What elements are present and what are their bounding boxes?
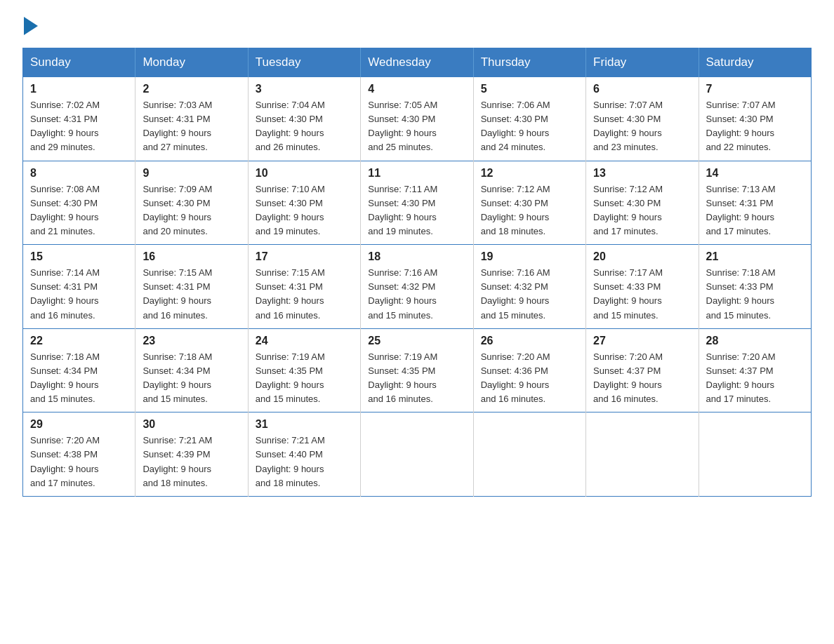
day-info: Sunrise: 7:17 AMSunset: 4:33 PMDaylight:… (593, 266, 691, 323)
calendar-cell: 3Sunrise: 7:04 AMSunset: 4:30 PMDaylight… (248, 77, 360, 161)
day-info: Sunrise: 7:14 AMSunset: 4:31 PMDaylight:… (30, 266, 128, 323)
weekday-header-saturday: Saturday (699, 48, 811, 77)
logo (22, 17, 38, 35)
calendar-week-row: 1Sunrise: 7:02 AMSunset: 4:31 PMDaylight… (23, 77, 812, 161)
day-info: Sunrise: 7:18 AMSunset: 4:33 PMDaylight:… (706, 266, 804, 323)
calendar-table: SundayMondayTuesdayWednesdayThursdayFrid… (22, 48, 812, 497)
day-info: Sunrise: 7:15 AMSunset: 4:31 PMDaylight:… (143, 266, 240, 323)
calendar-cell (699, 412, 811, 497)
day-info: Sunrise: 7:18 AMSunset: 4:34 PMDaylight:… (30, 350, 128, 407)
calendar-header: SundayMondayTuesdayWednesdayThursdayFrid… (23, 48, 812, 77)
day-number: 5 (481, 83, 578, 95)
day-info: Sunrise: 7:20 AMSunset: 4:37 PMDaylight:… (593, 350, 691, 407)
day-number: 20 (593, 250, 691, 263)
day-number: 7 (706, 83, 804, 95)
day-info: Sunrise: 7:16 AMSunset: 4:32 PMDaylight:… (481, 266, 578, 323)
calendar-cell: 5Sunrise: 7:06 AMSunset: 4:30 PMDaylight… (473, 77, 585, 161)
day-info: Sunrise: 7:02 AMSunset: 4:31 PMDaylight:… (30, 98, 128, 155)
calendar-cell: 17Sunrise: 7:15 AMSunset: 4:31 PMDayligh… (248, 245, 360, 329)
calendar-cell: 15Sunrise: 7:14 AMSunset: 4:31 PMDayligh… (23, 245, 135, 329)
calendar-week-row: 15Sunrise: 7:14 AMSunset: 4:31 PMDayligh… (23, 245, 812, 329)
day-info: Sunrise: 7:12 AMSunset: 4:30 PMDaylight:… (593, 182, 691, 239)
day-number: 28 (706, 335, 804, 347)
calendar-cell: 9Sunrise: 7:09 AMSunset: 4:30 PMDaylight… (135, 161, 248, 245)
day-number: 16 (143, 250, 240, 263)
calendar-cell: 25Sunrise: 7:19 AMSunset: 4:35 PMDayligh… (361, 328, 473, 412)
calendar-cell: 22Sunrise: 7:18 AMSunset: 4:34 PMDayligh… (23, 328, 135, 412)
weekday-header-thursday: Thursday (473, 48, 585, 77)
day-info: Sunrise: 7:08 AMSunset: 4:30 PMDaylight:… (30, 182, 128, 239)
day-number: 4 (368, 83, 465, 95)
day-number: 26 (481, 335, 578, 347)
logo-triangle-icon (24, 17, 38, 35)
calendar-cell: 30Sunrise: 7:21 AMSunset: 4:39 PMDayligh… (135, 412, 248, 497)
day-number: 23 (143, 335, 240, 347)
calendar-cell (473, 412, 585, 497)
weekday-header-sunday: Sunday (23, 48, 135, 77)
calendar-cell: 18Sunrise: 7:16 AMSunset: 4:32 PMDayligh… (361, 245, 473, 329)
day-info: Sunrise: 7:21 AMSunset: 4:40 PMDaylight:… (256, 434, 353, 490)
day-number: 14 (706, 167, 804, 180)
day-number: 10 (256, 167, 353, 180)
weekday-header-wednesday: Wednesday (361, 48, 473, 77)
calendar-cell: 23Sunrise: 7:18 AMSunset: 4:34 PMDayligh… (135, 328, 248, 412)
day-number: 15 (30, 250, 128, 263)
calendar-cell: 13Sunrise: 7:12 AMSunset: 4:30 PMDayligh… (586, 161, 699, 245)
day-number: 3 (256, 83, 353, 95)
day-number: 27 (593, 335, 691, 347)
calendar-cell: 2Sunrise: 7:03 AMSunset: 4:31 PMDaylight… (135, 77, 248, 161)
page-header (22, 17, 812, 35)
day-number: 25 (368, 335, 465, 347)
day-info: Sunrise: 7:13 AMSunset: 4:31 PMDaylight:… (706, 182, 804, 239)
day-info: Sunrise: 7:07 AMSunset: 4:30 PMDaylight:… (593, 98, 691, 155)
day-info: Sunrise: 7:06 AMSunset: 4:30 PMDaylight:… (481, 98, 578, 155)
day-number: 8 (30, 167, 128, 180)
calendar-cell: 1Sunrise: 7:02 AMSunset: 4:31 PMDaylight… (23, 77, 135, 161)
day-info: Sunrise: 7:19 AMSunset: 4:35 PMDaylight:… (256, 350, 353, 407)
calendar-cell: 4Sunrise: 7:05 AMSunset: 4:30 PMDaylight… (361, 77, 473, 161)
calendar-cell: 31Sunrise: 7:21 AMSunset: 4:40 PMDayligh… (248, 412, 360, 497)
day-info: Sunrise: 7:18 AMSunset: 4:34 PMDaylight:… (143, 350, 240, 407)
calendar-cell: 19Sunrise: 7:16 AMSunset: 4:32 PMDayligh… (473, 245, 585, 329)
day-info: Sunrise: 7:11 AMSunset: 4:30 PMDaylight:… (368, 182, 465, 239)
day-number: 30 (143, 418, 240, 431)
calendar-cell: 10Sunrise: 7:10 AMSunset: 4:30 PMDayligh… (248, 161, 360, 245)
day-info: Sunrise: 7:15 AMSunset: 4:31 PMDaylight:… (256, 266, 353, 323)
day-info: Sunrise: 7:20 AMSunset: 4:37 PMDaylight:… (706, 350, 804, 407)
day-info: Sunrise: 7:20 AMSunset: 4:36 PMDaylight:… (481, 350, 578, 407)
day-number: 19 (481, 250, 578, 263)
day-number: 31 (256, 418, 353, 431)
calendar-cell: 26Sunrise: 7:20 AMSunset: 4:36 PMDayligh… (473, 328, 585, 412)
day-number: 24 (256, 335, 353, 347)
day-info: Sunrise: 7:19 AMSunset: 4:35 PMDaylight:… (368, 350, 465, 407)
day-number: 11 (368, 167, 465, 180)
calendar-cell: 20Sunrise: 7:17 AMSunset: 4:33 PMDayligh… (586, 245, 699, 329)
calendar-cell: 24Sunrise: 7:19 AMSunset: 4:35 PMDayligh… (248, 328, 360, 412)
day-number: 12 (481, 167, 578, 180)
day-info: Sunrise: 7:12 AMSunset: 4:30 PMDaylight:… (481, 182, 578, 239)
day-number: 13 (593, 167, 691, 180)
weekday-header-row: SundayMondayTuesdayWednesdayThursdayFrid… (23, 48, 812, 77)
calendar-body: 1Sunrise: 7:02 AMSunset: 4:31 PMDaylight… (23, 77, 812, 497)
day-number: 17 (256, 250, 353, 263)
day-number: 22 (30, 335, 128, 347)
day-number: 6 (593, 83, 691, 95)
calendar-cell: 16Sunrise: 7:15 AMSunset: 4:31 PMDayligh… (135, 245, 248, 329)
calendar-cell: 27Sunrise: 7:20 AMSunset: 4:37 PMDayligh… (586, 328, 699, 412)
calendar-cell: 21Sunrise: 7:18 AMSunset: 4:33 PMDayligh… (699, 245, 811, 329)
weekday-header-monday: Monday (135, 48, 248, 77)
day-info: Sunrise: 7:09 AMSunset: 4:30 PMDaylight:… (143, 182, 240, 239)
weekday-header-friday: Friday (586, 48, 699, 77)
day-info: Sunrise: 7:03 AMSunset: 4:31 PMDaylight:… (143, 98, 240, 155)
calendar-week-row: 29Sunrise: 7:20 AMSunset: 4:38 PMDayligh… (23, 412, 812, 497)
calendar-cell: 14Sunrise: 7:13 AMSunset: 4:31 PMDayligh… (699, 161, 811, 245)
calendar-cell: 6Sunrise: 7:07 AMSunset: 4:30 PMDaylight… (586, 77, 699, 161)
day-number: 18 (368, 250, 465, 263)
calendar-cell: 11Sunrise: 7:11 AMSunset: 4:30 PMDayligh… (361, 161, 473, 245)
day-info: Sunrise: 7:07 AMSunset: 4:30 PMDaylight:… (706, 98, 804, 155)
day-number: 2 (143, 83, 240, 95)
day-number: 29 (30, 418, 128, 431)
day-info: Sunrise: 7:16 AMSunset: 4:32 PMDaylight:… (368, 266, 465, 323)
day-info: Sunrise: 7:20 AMSunset: 4:38 PMDaylight:… (30, 434, 128, 490)
day-info: Sunrise: 7:21 AMSunset: 4:39 PMDaylight:… (143, 434, 240, 490)
